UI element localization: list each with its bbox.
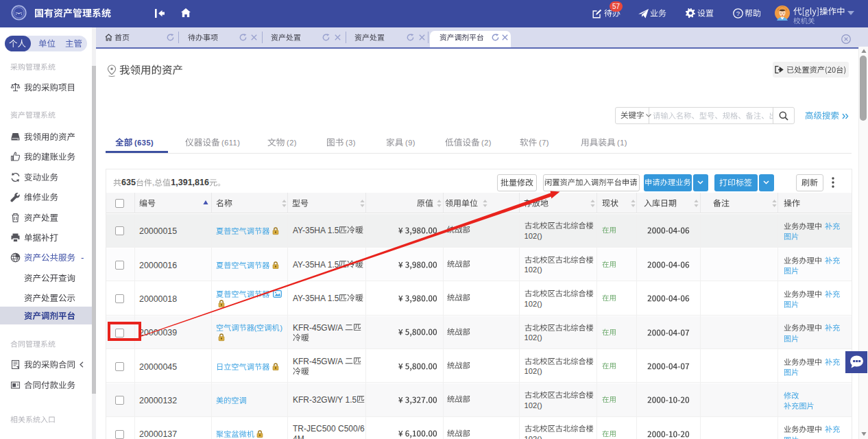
svg-text:?: ? xyxy=(736,10,740,17)
